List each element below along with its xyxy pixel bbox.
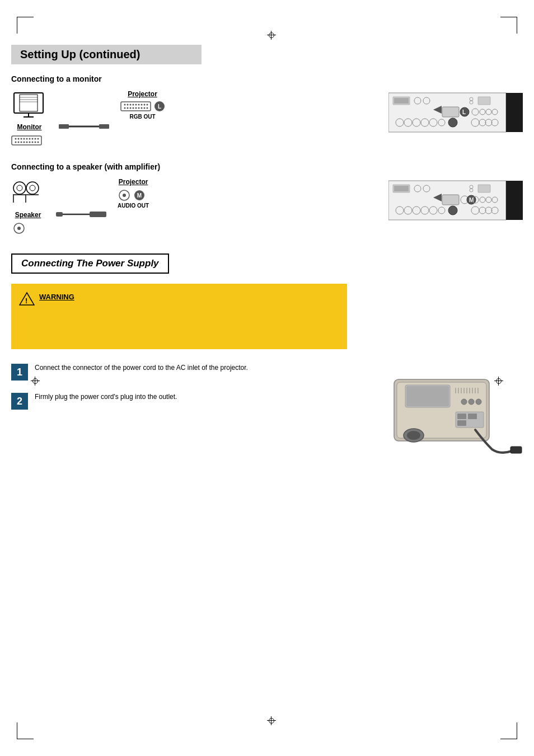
svg-rect-142 [510, 447, 522, 453]
svg-point-41 [130, 107, 132, 109]
svg-point-44 [138, 107, 140, 109]
projector-back-panel-speaker: M [388, 178, 523, 225]
svg-point-35 [138, 104, 140, 106]
section-title: Setting Up (continued) [20, 48, 193, 61]
svg-rect-140 [468, 414, 477, 419]
svg-point-40 [127, 107, 129, 109]
projector-panel-svg-monitor: L [388, 90, 523, 135]
svg-rect-7 [12, 136, 41, 145]
crosshair-right [494, 377, 503, 386]
svg-rect-94 [394, 186, 409, 191]
svg-rect-26 [59, 124, 69, 129]
svg-rect-54 [478, 97, 490, 105]
rgb-out-label: RGB OUT [120, 114, 165, 120]
speaker-label: Speaker [11, 211, 45, 219]
monitor-cable-svg [59, 121, 109, 132]
speaker-section: Connecting to a speaker (with amplifier) [11, 162, 523, 237]
svg-point-137 [476, 399, 481, 405]
svg-rect-49 [506, 93, 523, 132]
svg-point-9 [18, 138, 20, 140]
step-2: 2 Firmly plug the power cord's plug into… [11, 392, 369, 410]
step-2-text: Firmly plug the power cord's plug into t… [35, 392, 177, 402]
svg-rect-28 [99, 124, 109, 129]
warning-title: WARNING [39, 293, 336, 301]
svg-point-20 [24, 142, 25, 143]
projector-panel-svg-speaker: M [388, 178, 523, 223]
power-supply-section: Connecting The Power Supply ! WARNING 1 … [11, 253, 523, 463]
svg-point-21 [26, 142, 28, 143]
warning-box: ! WARNING [11, 284, 347, 349]
svg-point-76 [13, 182, 26, 194]
monitor-icon [11, 90, 48, 121]
svg-point-18 [18, 142, 20, 143]
projector-speaker-section: Projector M AUDIO OUT [118, 178, 149, 209]
svg-point-19 [21, 142, 22, 143]
svg-point-10 [21, 138, 22, 140]
svg-rect-51 [394, 98, 409, 104]
svg-point-39 [124, 107, 126, 109]
steps-col: 1 Connect the connector of the power cor… [11, 363, 369, 421]
svg-point-12 [26, 138, 28, 140]
monitor-label: Monitor [11, 123, 48, 131]
svg-point-8 [15, 138, 17, 140]
warning-text [39, 304, 336, 338]
svg-point-15 [35, 138, 36, 140]
speaker-icon [11, 178, 45, 209]
audio-out-port [118, 189, 131, 201]
svg-point-78 [26, 182, 39, 194]
svg-point-85 [17, 227, 21, 230]
monitor-cable [59, 121, 109, 132]
projector-label-monitor: Projector [120, 90, 165, 98]
audio-out-label: AUDIO OUT [118, 203, 149, 209]
speaker-device: Speaker [11, 178, 45, 237]
power-section-title-bar: Connecting The Power Supply [11, 253, 169, 274]
svg-point-90 [123, 194, 126, 197]
speaker-audio-connector [11, 222, 27, 234]
svg-point-42 [133, 107, 134, 109]
svg-rect-139 [457, 414, 466, 419]
svg-rect-0 [14, 93, 43, 113]
svg-point-38 [147, 104, 148, 106]
projector-monitor-section: Projector [120, 90, 165, 120]
step-1-text: Connect the connector of the power cord … [35, 363, 248, 373]
monitor-device: Monitor [11, 90, 48, 149]
svg-point-31 [127, 104, 129, 106]
svg-rect-92 [506, 181, 523, 220]
svg-rect-29 [121, 102, 151, 111]
section-title-bar: Setting Up (continued) [11, 45, 202, 64]
svg-text:!: ! [25, 297, 27, 305]
m-circle-label: M [134, 190, 144, 200]
svg-point-16 [38, 138, 39, 140]
svg-point-23 [32, 142, 34, 143]
speaker-cable [56, 209, 106, 220]
svg-point-14 [32, 138, 34, 140]
svg-point-33 [133, 104, 134, 106]
speaker-cable-svg [56, 209, 106, 220]
svg-rect-141 [457, 420, 466, 426]
svg-point-144 [407, 431, 420, 440]
svg-point-43 [135, 107, 137, 109]
svg-point-11 [24, 138, 25, 140]
monitor-section: Connecting to a monitor Monitor [11, 74, 523, 149]
svg-rect-97 [478, 185, 490, 192]
svg-point-46 [144, 107, 146, 109]
crosshair-left [31, 377, 40, 386]
step-1: 1 Connect the connector of the power cor… [11, 363, 369, 381]
svg-point-24 [35, 142, 36, 143]
reg-mark-bl [17, 722, 34, 739]
monitor-vga-connector [11, 134, 42, 147]
reg-mark-tr [500, 17, 517, 34]
l-circle-label: L [154, 101, 165, 111]
svg-rect-86 [56, 212, 63, 217]
svg-point-34 [135, 104, 137, 106]
svg-rect-58 [442, 107, 459, 117]
warning-icon: ! [19, 292, 35, 306]
projector-back-panel-monitor: L [388, 90, 523, 137]
svg-text:L: L [462, 109, 466, 115]
step-1-number: 1 [11, 364, 28, 381]
reg-mark-br [500, 722, 517, 739]
svg-point-75 [448, 118, 457, 127]
svg-point-13 [29, 138, 31, 140]
monitor-section-title: Connecting to a monitor [11, 74, 523, 83]
svg-point-47 [147, 107, 148, 109]
